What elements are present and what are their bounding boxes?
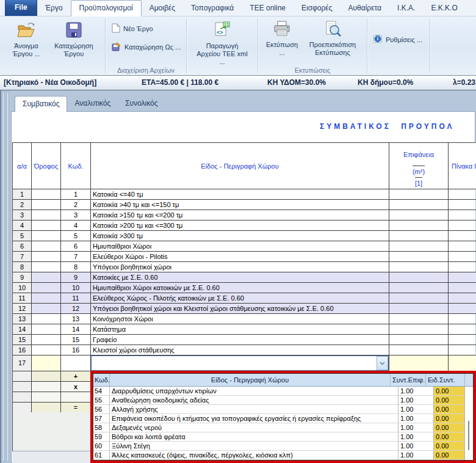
cell[interactable] (389, 335, 449, 345)
cell[interactable]: 3 (13, 210, 32, 221)
cell[interactable]: 15 (61, 335, 91, 345)
cell[interactable]: 6 (61, 241, 91, 252)
cell-floor-edit[interactable] (32, 355, 61, 371)
settings-button[interactable]: i Ρυθμίσεις ... (373, 34, 422, 45)
cell[interactable]: 4 (13, 221, 32, 231)
cell[interactable] (449, 335, 476, 345)
cell[interactable] (449, 345, 476, 355)
tab-8[interactable]: Αυθαίρετα (341, 1, 390, 16)
tab-7[interactable]: Εισφορές (294, 1, 341, 16)
cell[interactable]: 8 (13, 262, 32, 272)
combobox-dropdown-button[interactable] (377, 356, 388, 370)
table-row[interactable]: 1313Κοινόχρηστοι Χώροι (13, 314, 475, 324)
subtab-2[interactable]: Αναλυτικός (67, 96, 118, 112)
left-splitter-bar[interactable] (6, 92, 9, 462)
cell[interactable] (32, 221, 61, 231)
summary-operator-cell[interactable]: + (61, 371, 91, 382)
cell[interactable]: 12 (61, 304, 91, 314)
cell-area-edit[interactable] (389, 355, 449, 371)
cell[interactable] (449, 189, 476, 200)
tab-6[interactable]: TEE online (242, 1, 294, 16)
cell[interactable] (32, 200, 61, 210)
cell[interactable] (32, 304, 61, 314)
cell[interactable] (389, 189, 449, 200)
table-row[interactable]: 22Κατοικία >40 τμ και <=150 τμ (13, 200, 475, 210)
table-row[interactable]: 77Ελεύθεροι Χώροι - Pilotis (13, 252, 475, 262)
cell[interactable] (449, 283, 476, 293)
cell[interactable]: Ημιυπαίθριοι Χώροι (91, 241, 389, 252)
table-row[interactable]: 1414Κατάστημα (13, 324, 475, 335)
tab-1[interactable]: File (5, 0, 37, 16)
cell[interactable]: 13 (13, 314, 32, 324)
table-row[interactable]: 44Κατοικία >200 τμ και <=300 τμ (13, 221, 475, 231)
cell[interactable]: 13 (61, 314, 91, 324)
print-preview-button[interactable]: Προεπισκόπιση Εκτύπωσης (302, 18, 363, 57)
cell[interactable]: Υπόγειοι βοηθητικοί χώροι (91, 262, 389, 272)
dropdown-list-item[interactable]: 59Βόθροι και λοιπά φρέατα1.000.00 (93, 432, 473, 442)
cell[interactable]: Υπόγειοι βοηθητικοί χώροι και Κλειστοί χ… (91, 304, 389, 314)
cell[interactable]: Κοινόχρηστοι Χώροι (91, 314, 389, 324)
cell[interactable] (389, 262, 449, 272)
cell[interactable]: 4 (61, 221, 91, 231)
tab-3[interactable]: Προϋπολογισμοί (71, 0, 142, 16)
cell[interactable]: 2 (61, 200, 91, 210)
cell[interactable] (389, 324, 449, 335)
table-row[interactable]: 1111Ελεύθερος Χώρος - Πιλοτής κατοικιών … (13, 293, 475, 304)
dropdown-scrollbar-thumb[interactable] (468, 421, 469, 450)
cell[interactable] (32, 241, 61, 252)
cell[interactable]: 11 (13, 293, 32, 304)
open-project-button[interactable]: Άνοιγμα Έργου ... (5, 18, 48, 58)
cell[interactable] (449, 252, 476, 262)
cell[interactable]: Κατοικία >200 τμ και <=300 τμ (91, 221, 389, 231)
cell[interactable] (449, 262, 476, 272)
cell[interactable] (389, 345, 449, 355)
cell[interactable]: Κατάστημα (91, 324, 389, 335)
dropdown-list-item[interactable]: 55Αναθεώρηση οικοδομικής αδείας1.000.00 (93, 396, 473, 405)
cell[interactable] (389, 200, 449, 210)
cell[interactable] (32, 345, 61, 355)
summary-operator-cell[interactable]: = (61, 403, 91, 413)
table-row[interactable]: 1010Ημιυπαίθριοι Χώροι κατοικιών με Σ.Ε.… (13, 283, 475, 293)
table-row[interactable]: 1212Υπόγειοι βοηθητικοί χώροι και Κλειστ… (13, 304, 475, 314)
cell[interactable] (389, 272, 449, 283)
cell[interactable]: Γραφείο (91, 335, 389, 345)
left-splitter-bar[interactable] (2, 92, 5, 462)
cell[interactable]: 10 (13, 283, 32, 293)
space-type-combobox[interactable] (91, 355, 389, 371)
dropdown-list-item[interactable]: 60Ξύλινη Στέγη1.000.00 (93, 442, 473, 451)
cell[interactable] (32, 324, 61, 335)
cell[interactable] (389, 210, 449, 221)
cell[interactable] (449, 210, 476, 221)
cell[interactable] (389, 221, 449, 231)
new-project-button[interactable]: Νέο Έργο (112, 23, 181, 34)
cell[interactable]: 16 (61, 345, 91, 355)
cell[interactable]: Ημιυπαίθριοι Χώροι κατοικιών με Σ.Ε. 0.6… (91, 283, 389, 293)
cell[interactable] (449, 231, 476, 241)
cell[interactable] (449, 324, 476, 335)
dropdown-scrollbar[interactable] (464, 387, 473, 460)
cell[interactable]: 10 (61, 283, 91, 293)
cell[interactable]: Κατοικία >40 τμ και <=150 τμ (91, 200, 389, 210)
cell[interactable]: 15 (13, 335, 32, 345)
cell[interactable] (449, 314, 476, 324)
dropdown-list-item[interactable]: 57Επιφάνεια οικοπέδου ή κτήματος για τοπ… (93, 414, 473, 423)
cell[interactable] (32, 210, 61, 221)
print-button[interactable]: Εκτύπωση ... (262, 18, 302, 57)
cell[interactable]: 5 (61, 231, 91, 241)
cell[interactable] (449, 304, 476, 314)
cell[interactable]: Κατοικία >150 τμ και <=200 τμ (91, 210, 389, 221)
cell[interactable] (13, 382, 32, 392)
cell[interactable]: 9 (13, 272, 32, 283)
cell[interactable] (389, 304, 449, 314)
cell[interactable]: 8 (61, 262, 91, 272)
cell[interactable]: 9 (61, 272, 91, 283)
save-project-button[interactable]: Καταχώρηση Έργου (48, 18, 100, 58)
cell[interactable] (32, 314, 61, 324)
dropdown-list-item[interactable]: 61Άλλες κατασκευές (όψεις, πινακίδες, πέ… (93, 451, 473, 460)
cell[interactable] (13, 403, 32, 413)
table-row[interactable]: 55Κατοικία >300 τμ (13, 231, 475, 241)
tab-2[interactable]: Έργο (37, 1, 71, 16)
cell[interactable] (13, 371, 32, 382)
cell[interactable] (32, 335, 61, 345)
cell[interactable]: Ελεύθεροι Χώροι - Pilotis (91, 252, 389, 262)
